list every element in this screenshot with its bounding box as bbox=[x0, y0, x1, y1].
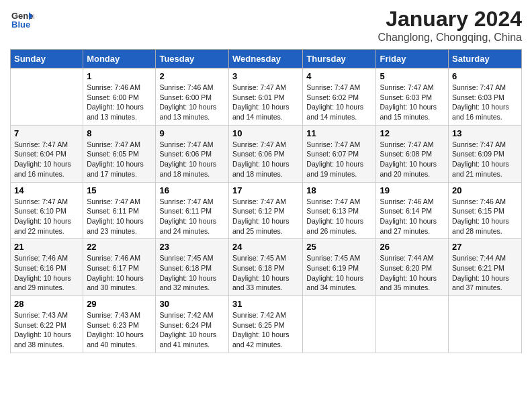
day-info: Sunrise: 7:47 AMSunset: 6:03 PMDaylight:… bbox=[452, 83, 518, 122]
day-info: Sunrise: 7:44 AMSunset: 6:21 PMDaylight:… bbox=[452, 253, 518, 293]
day-number: 6 bbox=[452, 71, 518, 81]
day-number: 4 bbox=[306, 71, 372, 81]
day-number: 20 bbox=[452, 185, 518, 195]
day-number: 18 bbox=[306, 185, 372, 195]
calendar-cell: 13Sunrise: 7:47 AMSunset: 6:09 PMDayligh… bbox=[449, 125, 522, 182]
calendar-table: SundayMondayTuesdayWednesdayThursdayFrid… bbox=[10, 49, 522, 353]
calendar-cell: 2Sunrise: 7:46 AMSunset: 6:00 PMDaylight… bbox=[156, 68, 229, 126]
day-info: Sunrise: 7:45 AMSunset: 6:19 PMDaylight:… bbox=[306, 253, 372, 293]
day-header-friday: Friday bbox=[376, 50, 449, 68]
calendar-cell: 16Sunrise: 7:47 AMSunset: 6:11 PMDayligh… bbox=[156, 182, 229, 239]
calendar-cell: 22Sunrise: 7:46 AMSunset: 6:17 PMDayligh… bbox=[83, 239, 156, 296]
calendar-cell: 5Sunrise: 7:47 AMSunset: 6:03 PMDaylight… bbox=[376, 68, 449, 126]
week-row-3: 14Sunrise: 7:47 AMSunset: 6:10 PMDayligh… bbox=[11, 182, 522, 239]
week-row-5: 28Sunrise: 7:43 AMSunset: 6:22 PMDayligh… bbox=[11, 296, 522, 353]
day-number: 29 bbox=[87, 299, 152, 309]
calendar-cell: 7Sunrise: 7:47 AMSunset: 6:04 PMDaylight… bbox=[11, 125, 83, 182]
day-number: 24 bbox=[232, 242, 299, 252]
calendar-header-row: SundayMondayTuesdayWednesdayThursdayFrid… bbox=[11, 50, 522, 68]
calendar-cell: 27Sunrise: 7:44 AMSunset: 6:21 PMDayligh… bbox=[449, 239, 522, 296]
day-number: 9 bbox=[159, 128, 225, 138]
day-number: 31 bbox=[232, 299, 299, 309]
calendar-cell: 9Sunrise: 7:47 AMSunset: 6:06 PMDaylight… bbox=[156, 125, 229, 182]
day-info: Sunrise: 7:47 AMSunset: 6:01 PMDaylight:… bbox=[232, 83, 299, 122]
day-number: 11 bbox=[306, 128, 372, 138]
calendar-cell: 10Sunrise: 7:47 AMSunset: 6:06 PMDayligh… bbox=[228, 125, 302, 182]
day-info: Sunrise: 7:46 AMSunset: 6:16 PMDaylight:… bbox=[14, 253, 79, 293]
day-number: 19 bbox=[380, 185, 445, 195]
calendar-cell: 12Sunrise: 7:47 AMSunset: 6:08 PMDayligh… bbox=[376, 125, 449, 182]
day-number: 15 bbox=[87, 185, 152, 195]
calendar-cell: 19Sunrise: 7:46 AMSunset: 6:14 PMDayligh… bbox=[376, 182, 449, 239]
calendar-cell: 18Sunrise: 7:47 AMSunset: 6:13 PMDayligh… bbox=[303, 182, 376, 239]
day-header-thursday: Thursday bbox=[303, 50, 376, 68]
calendar-cell: 4Sunrise: 7:47 AMSunset: 6:02 PMDaylight… bbox=[303, 68, 376, 126]
day-number: 1 bbox=[87, 71, 152, 81]
calendar-cell: 25Sunrise: 7:45 AMSunset: 6:19 PMDayligh… bbox=[303, 239, 376, 296]
day-info: Sunrise: 7:43 AMSunset: 6:22 PMDaylight:… bbox=[14, 310, 79, 350]
day-info: Sunrise: 7:46 AMSunset: 6:15 PMDaylight:… bbox=[452, 197, 518, 236]
day-number: 7 bbox=[14, 128, 79, 138]
calendar-cell: 11Sunrise: 7:47 AMSunset: 6:07 PMDayligh… bbox=[303, 125, 376, 182]
calendar-body: 1Sunrise: 7:46 AMSunset: 6:00 PMDaylight… bbox=[11, 68, 522, 353]
title-block: January 2024 Changlong, Chongqing, China bbox=[378, 7, 522, 44]
week-row-1: 1Sunrise: 7:46 AMSunset: 6:00 PMDaylight… bbox=[11, 68, 522, 126]
day-number: 3 bbox=[232, 71, 299, 81]
calendar-cell bbox=[303, 296, 376, 353]
day-number: 16 bbox=[159, 185, 225, 195]
calendar-cell: 23Sunrise: 7:45 AMSunset: 6:18 PMDayligh… bbox=[156, 239, 229, 296]
calendar-cell: 21Sunrise: 7:46 AMSunset: 6:16 PMDayligh… bbox=[11, 239, 83, 296]
day-info: Sunrise: 7:46 AMSunset: 6:17 PMDaylight:… bbox=[87, 253, 152, 293]
day-info: Sunrise: 7:46 AMSunset: 6:14 PMDaylight:… bbox=[380, 197, 445, 236]
day-info: Sunrise: 7:45 AMSunset: 6:18 PMDaylight:… bbox=[232, 253, 299, 293]
calendar-cell: 26Sunrise: 7:44 AMSunset: 6:20 PMDayligh… bbox=[376, 239, 449, 296]
day-number: 27 bbox=[452, 242, 518, 252]
day-header-sunday: Sunday bbox=[11, 50, 83, 68]
day-info: Sunrise: 7:47 AMSunset: 6:13 PMDaylight:… bbox=[306, 197, 372, 236]
day-info: Sunrise: 7:46 AMSunset: 6:00 PMDaylight:… bbox=[159, 83, 225, 122]
calendar-cell bbox=[376, 296, 449, 353]
svg-text:Blue: Blue bbox=[11, 19, 30, 30]
day-header-wednesday: Wednesday bbox=[228, 50, 302, 68]
calendar-cell: 8Sunrise: 7:47 AMSunset: 6:05 PMDaylight… bbox=[83, 125, 156, 182]
day-info: Sunrise: 7:47 AMSunset: 6:08 PMDaylight:… bbox=[380, 140, 445, 179]
day-info: Sunrise: 7:42 AMSunset: 6:24 PMDaylight:… bbox=[159, 310, 225, 350]
day-number: 13 bbox=[452, 128, 518, 138]
day-number: 22 bbox=[87, 242, 152, 252]
day-number: 28 bbox=[14, 299, 79, 309]
month-title: January 2024 bbox=[378, 7, 522, 32]
day-info: Sunrise: 7:47 AMSunset: 6:03 PMDaylight:… bbox=[380, 83, 445, 122]
calendar-cell: 20Sunrise: 7:46 AMSunset: 6:15 PMDayligh… bbox=[449, 182, 522, 239]
calendar-cell: 30Sunrise: 7:42 AMSunset: 6:24 PMDayligh… bbox=[156, 296, 229, 353]
logo-icon: General Blue bbox=[10, 7, 34, 31]
calendar-cell: 29Sunrise: 7:43 AMSunset: 6:23 PMDayligh… bbox=[83, 296, 156, 353]
calendar-cell: 6Sunrise: 7:47 AMSunset: 6:03 PMDaylight… bbox=[449, 68, 522, 126]
calendar-cell: 14Sunrise: 7:47 AMSunset: 6:10 PMDayligh… bbox=[11, 182, 83, 239]
day-number: 17 bbox=[232, 185, 299, 195]
day-info: Sunrise: 7:45 AMSunset: 6:18 PMDaylight:… bbox=[159, 253, 225, 293]
calendar-cell: 15Sunrise: 7:47 AMSunset: 6:11 PMDayligh… bbox=[83, 182, 156, 239]
day-info: Sunrise: 7:47 AMSunset: 6:11 PMDaylight:… bbox=[87, 197, 152, 236]
calendar-cell: 17Sunrise: 7:47 AMSunset: 6:12 PMDayligh… bbox=[228, 182, 302, 239]
day-info: Sunrise: 7:47 AMSunset: 6:10 PMDaylight:… bbox=[14, 197, 79, 236]
calendar-cell: 3Sunrise: 7:47 AMSunset: 6:01 PMDaylight… bbox=[228, 68, 302, 126]
day-number: 8 bbox=[87, 128, 152, 138]
calendar-cell: 1Sunrise: 7:46 AMSunset: 6:00 PMDaylight… bbox=[83, 68, 156, 126]
day-info: Sunrise: 7:47 AMSunset: 6:07 PMDaylight:… bbox=[306, 140, 372, 179]
day-number: 26 bbox=[380, 242, 445, 252]
location-title: Changlong, Chongqing, China bbox=[378, 32, 522, 44]
day-info: Sunrise: 7:47 AMSunset: 6:09 PMDaylight:… bbox=[452, 140, 518, 179]
day-info: Sunrise: 7:47 AMSunset: 6:11 PMDaylight:… bbox=[159, 197, 225, 236]
day-number: 23 bbox=[159, 242, 225, 252]
day-info: Sunrise: 7:47 AMSunset: 6:06 PMDaylight:… bbox=[159, 140, 225, 179]
day-info: Sunrise: 7:47 AMSunset: 6:12 PMDaylight:… bbox=[232, 197, 299, 236]
day-info: Sunrise: 7:44 AMSunset: 6:20 PMDaylight:… bbox=[380, 253, 445, 293]
day-header-saturday: Saturday bbox=[449, 50, 522, 68]
day-number: 14 bbox=[14, 185, 79, 195]
day-info: Sunrise: 7:46 AMSunset: 6:00 PMDaylight:… bbox=[87, 83, 152, 122]
day-number: 12 bbox=[380, 128, 445, 138]
week-row-2: 7Sunrise: 7:47 AMSunset: 6:04 PMDaylight… bbox=[11, 125, 522, 182]
day-info: Sunrise: 7:43 AMSunset: 6:23 PMDaylight:… bbox=[87, 310, 152, 350]
page-header: General Blue January 2024 Changlong, Cho… bbox=[10, 7, 522, 44]
week-row-4: 21Sunrise: 7:46 AMSunset: 6:16 PMDayligh… bbox=[11, 239, 522, 296]
